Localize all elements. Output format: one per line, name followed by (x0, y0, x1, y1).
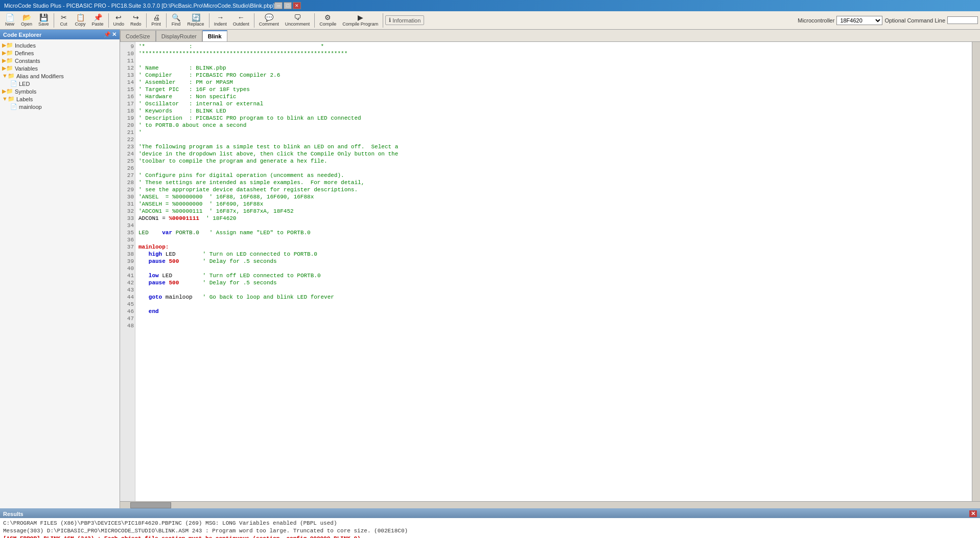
main-area: Code Explorer 📌 ✕ ▶📁 Includes ▶📁 Defines… (0, 30, 980, 508)
print-button[interactable]: 🖨 Print (149, 12, 164, 28)
compile-program-button[interactable]: ▶ Compile Program (340, 12, 381, 28)
microcontroller-select[interactable]: 18F4620 16F88 16F690 18F452 16F877A (836, 16, 882, 25)
title-text: MicroCode Studio Plus - PICBASIC PRO - P… (4, 3, 274, 9)
minimize-button[interactable]: ─ (274, 2, 283, 9)
tab-displayrouter[interactable]: DisplayRouter (156, 30, 202, 41)
optional-command-input[interactable] (947, 16, 978, 24)
folder-icon: ▶📁 (2, 50, 13, 56)
paste-icon: 📌 (94, 14, 102, 21)
editor-area: CodeSize DisplayRouter Blink 910111213 1… (120, 30, 980, 508)
code-editor: 910111213 1415161718 1920212223 24252627… (120, 42, 980, 501)
replace-icon: 🔄 (192, 14, 200, 21)
line-numbers: 910111213 1415161718 1920212223 24252627… (120, 42, 135, 501)
results-close-button[interactable]: ✕ (969, 510, 977, 517)
sep-8 (383, 13, 383, 28)
find-button[interactable]: 🔍 Find (169, 12, 184, 28)
file-icon: 📄 (10, 103, 17, 110)
tab-codesize[interactable]: CodeSize (120, 30, 156, 41)
sidebar-controls: 📌 ✕ (104, 31, 116, 38)
close-button[interactable]: ✕ (293, 2, 301, 9)
new-button[interactable]: 📄 New (2, 12, 17, 28)
sidebar-item-includes[interactable]: ▶📁 Includes (0, 41, 120, 49)
sidebar-item-alias[interactable]: ▼📁 Alias and Modifiers (0, 72, 120, 80)
sidebar-item-labels[interactable]: ▼📁 Labels (0, 95, 120, 103)
outdent-button[interactable]: ← Outdent (230, 12, 252, 28)
new-icon: 📄 (6, 14, 14, 21)
open-button[interactable]: 📂 Open (18, 12, 35, 28)
results-content: C:\PROGRAM FILES (X86)\PBP3\DEVICES\PIC1… (0, 518, 980, 538)
sidebar-item-label: Constants (15, 58, 40, 64)
save-icon: 💾 (39, 14, 48, 21)
sidebar-item-variables[interactable]: ▶📁 Variables (0, 64, 120, 72)
optional-command-label: Optional Command Line (884, 17, 945, 24)
sidebar: Code Explorer 📌 ✕ ▶📁 Includes ▶📁 Defines… (0, 30, 120, 508)
sidebar-item-mainloop[interactable]: 📄 mainloop (8, 103, 120, 110)
save-button[interactable]: 💾 Save (36, 12, 52, 28)
scroll-thumb[interactable] (130, 502, 171, 508)
maximize-button[interactable]: □ (284, 2, 292, 9)
uncomment-icon: 🗨 (294, 14, 301, 21)
compile-icon: ⚙ (324, 14, 331, 21)
folder-icon: ▶📁 (2, 42, 13, 49)
find-icon: 🔍 (172, 14, 180, 21)
results-panel: Results ✕ C:\PROGRAM FILES (X86)\PBP3\DE… (0, 508, 980, 538)
vertical-scrollbar[interactable] (972, 42, 980, 501)
microcontroller-label: Microcontroller (798, 17, 834, 24)
result-error-line: [ASM ERROR] BLINK.ASM (243) : Each objec… (3, 535, 977, 538)
sidebar-header: Code Explorer 📌 ✕ (0, 30, 120, 39)
folder-icon: ▼📁 (2, 73, 15, 79)
sep-3 (146, 13, 147, 28)
microcontroller-area: Microcontroller 18F4620 16F88 16F690 18F… (798, 16, 978, 25)
sidebar-item-label: Symbols (15, 88, 36, 95)
tab-blink[interactable]: Blink (202, 30, 227, 41)
comment-icon: 💬 (265, 14, 273, 21)
print-icon: 🖨 (153, 14, 160, 21)
copy-button[interactable]: 📋 Copy (73, 12, 88, 28)
sidebar-item-led[interactable]: 📄 LED (8, 80, 120, 87)
sep-5 (209, 13, 209, 28)
sidebar-item-symbols[interactable]: ▶📁 Symbols (0, 87, 120, 95)
result-line: Message(303) D:\PICBASIC_PRO\MICROCODE_S… (3, 527, 977, 535)
copy-icon: 📋 (76, 14, 85, 21)
cut-icon: ✂ (61, 14, 67, 21)
cut-button[interactable]: ✂ Cut (56, 12, 72, 28)
sidebar-item-defines[interactable]: ▶📁 Defines (0, 49, 120, 57)
outdent-icon: ← (238, 14, 245, 21)
redo-icon: ↪ (133, 14, 139, 21)
uncomment-button[interactable]: 🗨 Uncomment (283, 12, 313, 28)
indent-icon: → (217, 14, 224, 21)
folder-icon: ▶📁 (2, 57, 13, 64)
open-icon: 📂 (22, 14, 31, 21)
undo-button[interactable]: ↩ Undo (111, 12, 127, 28)
file-icon: 📄 (10, 80, 17, 87)
sidebar-title: Code Explorer (3, 32, 41, 38)
sidebar-item-label: Alias and Modifiers (16, 73, 64, 79)
folder-icon: ▼📁 (2, 96, 15, 102)
folder-icon: ▶📁 (2, 88, 13, 95)
sidebar-item-label: mainloop (19, 104, 42, 110)
title-bar-controls: ─ □ ✕ (274, 2, 301, 9)
compile-button[interactable]: ⚙ Compile (317, 12, 339, 28)
code-content[interactable]: '* : * '********************************… (135, 42, 972, 501)
sidebar-pin-button[interactable]: 📌 (104, 31, 111, 38)
sidebar-item-label: LED (19, 81, 30, 87)
compile-program-icon: ▶ (358, 14, 363, 21)
paste-button[interactable]: 📌 Paste (89, 12, 106, 28)
toolbar: 📄 New 📂 Open 💾 Save ✂ Cut 📋 Copy 📌 Paste… (0, 11, 980, 30)
comment-button[interactable]: 💬 Comment (256, 12, 282, 28)
sidebar-item-label: Defines (15, 50, 34, 56)
sidebar-item-label: Includes (15, 42, 36, 49)
redo-button[interactable]: ↪ Redo (128, 12, 144, 28)
results-title: Results (3, 511, 24, 517)
sidebar-close-button[interactable]: ✕ (112, 31, 116, 38)
information-button[interactable]: ℹ Information (385, 15, 424, 25)
indent-button[interactable]: → Indent (212, 12, 229, 28)
sidebar-item-label: Variables (15, 65, 38, 72)
sep-2 (108, 13, 109, 28)
sidebar-item-constants[interactable]: ▶📁 Constants (0, 57, 120, 64)
replace-button[interactable]: 🔄 Replace (185, 12, 207, 28)
horizontal-scrollbar[interactable] (120, 501, 980, 508)
title-bar: MicroCode Studio Plus - PICBASIC PRO - P… (0, 0, 980, 11)
info-icon: ℹ (389, 17, 391, 24)
undo-icon: ↩ (115, 14, 122, 21)
